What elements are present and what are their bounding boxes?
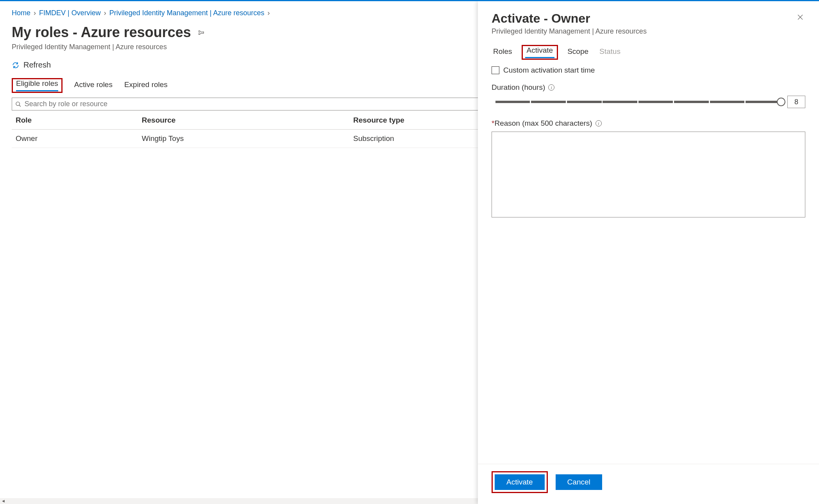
slider-thumb[interactable] [777, 98, 785, 106]
info-icon[interactable]: i [548, 84, 554, 91]
col-resource[interactable]: Resource [138, 111, 349, 130]
breadcrumb-separator: › [34, 9, 36, 17]
breadcrumb-fimdev[interactable]: FIMDEV | Overview [39, 9, 101, 17]
panel-title: Activate - Owner [492, 11, 590, 26]
tab-eligible-roles[interactable]: Eligible roles [16, 77, 58, 91]
panel-subtitle: Privileged Identity Management | Azure r… [478, 26, 819, 43]
reason-label: *Reason (max 500 characters) i [492, 119, 805, 128]
svg-point-0 [16, 102, 20, 105]
panel-body: Custom activation start time Duration (h… [478, 60, 819, 464]
close-button[interactable] [795, 11, 805, 25]
panel-header: Activate - Owner [478, 1, 819, 26]
panel-tab-scope[interactable]: Scope [566, 45, 590, 60]
cell-resource: Wingtip Toys [138, 130, 349, 148]
panel-footer: Activate Cancel [478, 464, 819, 504]
panel-tabs: Roles Activate Scope Status [478, 43, 819, 60]
tab-eligible-roles-highlight: Eligible roles [12, 78, 63, 93]
duration-value[interactable]: 8 [787, 96, 805, 108]
tab-active-roles[interactable]: Active roles [74, 78, 113, 93]
refresh-label: Refresh [23, 61, 51, 69]
breadcrumb-home[interactable]: Home [12, 9, 30, 17]
custom-start-time-checkbox[interactable] [492, 66, 499, 74]
svg-line-1 [19, 105, 21, 106]
duration-slider[interactable] [495, 101, 781, 103]
tab-expired-roles[interactable]: Expired roles [124, 78, 168, 93]
duration-slider-row: 8 [492, 96, 805, 108]
info-icon[interactable]: i [595, 120, 602, 126]
reason-textarea[interactable] [492, 132, 805, 217]
custom-start-time-label: Custom activation start time [503, 66, 595, 75]
cell-role: Owner [12, 130, 138, 148]
refresh-icon [12, 61, 20, 69]
panel-tab-activate-highlight: Activate [522, 45, 558, 60]
custom-start-time-row: Custom activation start time [492, 66, 805, 75]
breadcrumb-pim[interactable]: Privileged Identity Management | Azure r… [109, 9, 265, 17]
pin-icon[interactable] [197, 28, 205, 36]
panel-tab-status: Status [598, 45, 622, 60]
activate-panel: Activate - Owner Privileged Identity Man… [478, 1, 819, 504]
close-icon [797, 14, 804, 21]
activate-button[interactable]: Activate [495, 474, 545, 490]
breadcrumb-separator: › [104, 9, 106, 17]
search-icon [15, 101, 21, 107]
page-title: My roles - Azure resources [12, 24, 191, 41]
scroll-left-arrow-icon[interactable]: ◄ [1, 499, 5, 503]
duration-label: Duration (hours) i [492, 83, 805, 92]
breadcrumb-separator: › [268, 9, 270, 17]
col-role[interactable]: Role [12, 111, 138, 130]
activate-button-highlight: Activate [492, 471, 548, 493]
cancel-button[interactable]: Cancel [556, 474, 602, 490]
reason-label-text: Reason (max 500 characters) [494, 119, 592, 127]
refresh-button[interactable]: Refresh [12, 61, 51, 69]
duration-label-text: Duration (hours) [492, 83, 545, 92]
panel-tab-roles[interactable]: Roles [492, 45, 514, 60]
panel-tab-activate[interactable]: Activate [525, 44, 555, 58]
